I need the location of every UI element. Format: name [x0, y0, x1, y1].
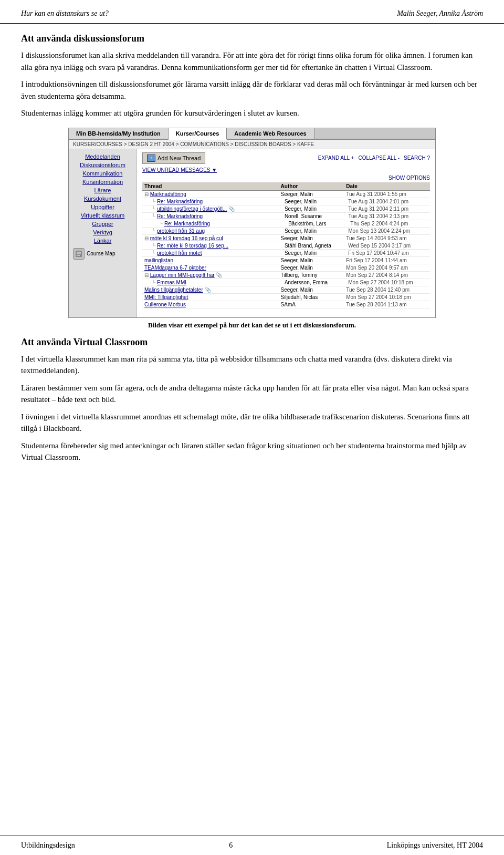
thread-date: Tue Aug 31 2004 2:13 pm: [348, 213, 428, 219]
course-map-label: Course Map: [87, 251, 115, 256]
bb-sidebar: Meddelanden Diskussionsforum Kommunikati…: [69, 149, 137, 317]
thread-author: Tillberg, Tommy: [281, 272, 346, 278]
section1-para1: I diskussionsforumet kan alla skriva med…: [21, 49, 483, 73]
tab-my-institution[interactable]: Min BB-hemsida/My Institution: [69, 128, 169, 139]
add-thread-label: Add New Thread: [158, 155, 201, 161]
thread-title[interactable]: ⊟ möte kl 9 torsdag 16 sep på cul: [144, 235, 281, 241]
thread-title[interactable]: └ Emmas MMI: [144, 280, 285, 285]
section2-para1: I det virtuella klassrummet kan man rita…: [21, 353, 483, 377]
thread-author: Seeger, Malin: [285, 206, 348, 212]
thread-date: Mon Sep 27 2004 10:18 pm: [346, 294, 428, 300]
section2-para2: Läraren bestämmer vem som får agera, och…: [21, 382, 483, 406]
thread-title[interactable]: └ Re: Marknadsföring: [144, 221, 288, 226]
screenshot-container: Min BB-hemsida/My Institution Kurser/Cou…: [21, 128, 483, 329]
collapse-all-btn[interactable]: COLLAPSE ALL -: [358, 155, 400, 161]
sidebar-item-kursdokument[interactable]: Kursdokument: [69, 194, 136, 203]
thread-date: Mon Sep 20 2004 9:57 am: [346, 265, 428, 271]
sidebar-item-grupper[interactable]: Grupper: [69, 220, 136, 228]
sidebar-item-virtuellt-klassrum[interactable]: Virtuellt klassrum: [69, 211, 136, 220]
sidebar-item-uppgifter[interactable]: Uppgifter: [69, 203, 136, 211]
thread-date: Tue Sep 28 2004 1:13 am: [346, 302, 428, 307]
add-thread-button[interactable]: + Add New Thread: [142, 152, 205, 164]
col-thread-header: Thread: [144, 183, 281, 189]
thread-title[interactable]: └ Re: möte kl 9 torsdag 16 sep...: [144, 243, 285, 249]
course-map-icon: [73, 248, 85, 260]
thread-title[interactable]: TEAMdagarna 6-7 oktober: [144, 265, 281, 271]
section2-para3: I övningen i det virtuella klassrummet a…: [21, 411, 483, 435]
thread-title[interactable]: MMI: Tillgänglighet: [144, 294, 281, 300]
thread-author: Seeger, Malin: [281, 235, 346, 241]
thread-row: ⊟ Lägger min MMI-uppgift här 📎 Tillberg,…: [142, 272, 430, 279]
thread-date: Tue Aug 31 2004 2:11 pm: [348, 206, 428, 212]
expand-all-btn[interactable]: EXPAND ALL +: [318, 155, 354, 161]
section1-para3: Studenternas inlägg kommer att utgöra gr…: [21, 107, 483, 119]
thread-title[interactable]: └ Re: Marknadsföring: [144, 199, 285, 204]
search-btn[interactable]: SEARCH ?: [404, 155, 430, 161]
thread-date: Fri Sep 17 2004 10:47 am: [348, 250, 428, 256]
thread-author: Seeger, Malin: [285, 199, 348, 204]
section1-heading: Att använda diskussionsforum: [21, 33, 483, 44]
section1-para2: I introduktionsövningen till diskussions…: [21, 78, 483, 102]
thread-row: Cullerone Morbus SAmA Tue Sep 28 2004 1:…: [142, 301, 430, 308]
thread-author: Seeger, Malin: [285, 228, 348, 234]
thread-date: Thu Sep 2 2004 4:24 pm: [350, 221, 428, 226]
footer-right: Linköpings universitet, HT 2004: [387, 841, 483, 850]
thread-row: ⊟ möte kl 9 torsdag 16 sep på cul Seeger…: [142, 235, 430, 242]
tab-courses[interactable]: Kurser/Courses: [169, 128, 227, 140]
right-controls: EXPAND ALL + COLLAPSE ALL - SEARCH ?: [318, 155, 430, 161]
thread-title[interactable]: └ Re: Marknadsföring: [144, 213, 285, 219]
thread-rows: ⊟ Marknadsföring Seeger, Malin Tue Aug 3…: [142, 191, 430, 308]
sidebar-item-larare[interactable]: Lärare: [69, 186, 136, 194]
thread-title[interactable]: Cullerone Morbus: [144, 302, 281, 307]
thread-row: TEAMdagarna 6-7 oktober Seeger, Malin Mo…: [142, 264, 430, 272]
bb-main: Meddelanden Diskussionsforum Kommunikati…: [69, 149, 435, 317]
thread-row: ⊟ Marknadsföring Seeger, Malin Tue Aug 3…: [142, 191, 430, 198]
bb-nav-tabs: Min BB-hemsida/My Institution Kurser/Cou…: [69, 128, 435, 140]
thread-row: └ Re: Marknadsföring Seeger, Malin Tue A…: [142, 198, 430, 205]
thread-date: Tue Sep 28 2004 12:40 pm: [346, 287, 428, 293]
thread-title[interactable]: └ protokoll från 31 aug: [144, 228, 285, 234]
thread-row: └ Re: Marknadsföring Bäckström, Lars Thu…: [142, 220, 430, 228]
breadcrumb: KURSER/COURSES > DESIGN 2 HT 2004 > COMM…: [69, 140, 435, 149]
thread-author: Norell, Susanne: [285, 213, 348, 219]
bb-toolbar: + Add New Thread EXPAND ALL + COLLAPSE A…: [142, 152, 430, 164]
course-map-section[interactable]: Course Map: [69, 245, 136, 261]
screenshot-caption: Bilden visar ett exempel på hur det kan …: [148, 321, 356, 329]
footer-page-number: 6: [229, 841, 233, 850]
thread-title[interactable]: └ utbildningsföretag i östergötl... 📎: [144, 206, 285, 212]
sidebar-item-kommunikation[interactable]: Kommunikation: [69, 169, 136, 178]
thread-title[interactable]: Malins tillgänglighetalster 📎: [144, 287, 281, 293]
thread-title[interactable]: └ protokoll från mötet: [144, 250, 285, 256]
header-right: Malin Seeger, Annika Åström: [397, 9, 483, 18]
thread-title[interactable]: ⊟ Marknadsföring: [144, 191, 281, 197]
view-unread-button[interactable]: VIEW UNREAD MESSAGES ▼: [142, 167, 430, 173]
screenshot-box: Min BB-hemsida/My Institution Kurser/Cou…: [68, 128, 436, 318]
page-header: Hur kan en distanskurs se ut? Malin Seeg…: [0, 0, 504, 24]
add-thread-icon: +: [147, 154, 155, 162]
thread-author: Bäckström, Lars: [288, 221, 350, 226]
thread-author: Seeger, Malin: [285, 250, 348, 256]
thread-author: Seeger, Malin: [281, 257, 346, 263]
sidebar-item-kursinformation[interactable]: Kursinformation: [69, 178, 136, 186]
tab-web-resources[interactable]: Academic Web Resources: [227, 128, 314, 139]
thread-row: └ utbildningsföretag i östergötl... 📎 Se…: [142, 205, 430, 213]
col-author-header: Author: [281, 183, 346, 189]
thread-row: └ Re: Marknadsföring Norell, Susanne Tue…: [142, 213, 430, 220]
sidebar-item-meddelanden[interactable]: Meddelanden: [69, 152, 136, 161]
thread-date: Fri Sep 17 2004 11:44 am: [346, 257, 428, 263]
thread-table-header: Thread Author Date: [142, 182, 430, 191]
thread-row: └ Emmas MMI Andersson, Emma Mon Sep 27 2…: [142, 279, 430, 286]
thread-row: mailinglistan Seeger, Malin Fri Sep 17 2…: [142, 257, 430, 264]
sidebar-item-lankar[interactable]: Länkar: [69, 236, 136, 245]
sidebar-item-diskussionsforum[interactable]: Diskussionsforum: [69, 161, 136, 169]
col-date-header: Date: [346, 183, 428, 189]
thread-title[interactable]: mailinglistan: [144, 257, 281, 263]
page-content: Att använda diskussionsforum I diskussio…: [0, 33, 504, 511]
thread-title[interactable]: ⊟ Lägger min MMI-uppgift här 📎: [144, 272, 281, 278]
thread-author: SAmA: [281, 302, 346, 307]
thread-author: Seeger, Malin: [281, 287, 346, 293]
footer-left: Utbildningsdesign: [21, 841, 75, 850]
sidebar-item-verktyg[interactable]: Verktyg: [69, 228, 136, 236]
show-options-btn[interactable]: SHOW OPTIONS: [142, 175, 430, 181]
thread-date: Tue Aug 31 2004 1:55 pm: [346, 191, 428, 197]
